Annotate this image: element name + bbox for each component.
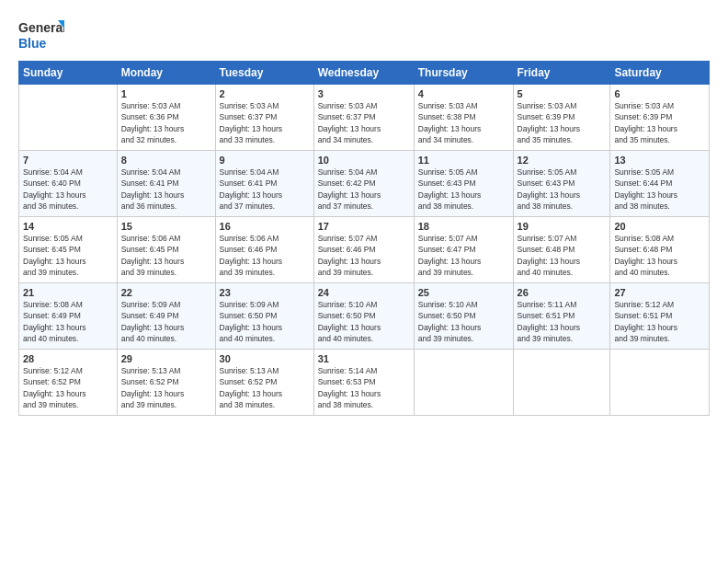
calendar-cell: 22Sunrise: 5:09 AMSunset: 6:49 PMDayligh… xyxy=(117,283,215,350)
day-number: 28 xyxy=(23,353,113,364)
day-info: Sunrise: 5:03 AMSunset: 6:37 PMDaylight:… xyxy=(318,100,410,145)
day-info: Sunrise: 5:08 AMSunset: 6:49 PMDaylight:… xyxy=(23,299,113,344)
calendar-cell: 25Sunrise: 5:10 AMSunset: 6:50 PMDayligh… xyxy=(414,283,513,350)
calendar-cell: 27Sunrise: 5:12 AMSunset: 6:51 PMDayligh… xyxy=(610,283,710,350)
day-number: 3 xyxy=(318,88,410,99)
calendar-cell: 3Sunrise: 5:03 AMSunset: 6:37 PMDaylight… xyxy=(313,85,414,151)
day-info: Sunrise: 5:05 AMSunset: 6:44 PMDaylight:… xyxy=(614,167,705,212)
calendar-cell: 1Sunrise: 5:03 AMSunset: 6:36 PMDaylight… xyxy=(117,85,215,151)
day-number: 16 xyxy=(220,221,310,232)
day-info: Sunrise: 5:09 AMSunset: 6:49 PMDaylight:… xyxy=(121,299,211,344)
day-info: Sunrise: 5:07 AMSunset: 6:48 PMDaylight:… xyxy=(518,233,607,278)
calendar-cell: 31Sunrise: 5:14 AMSunset: 6:53 PMDayligh… xyxy=(313,350,414,416)
calendar-cell: 28Sunrise: 5:12 AMSunset: 6:52 PMDayligh… xyxy=(19,350,118,416)
calendar-cell xyxy=(414,350,513,416)
day-number: 6 xyxy=(614,88,705,99)
day-info: Sunrise: 5:12 AMSunset: 6:51 PMDaylight:… xyxy=(614,299,705,344)
day-info: Sunrise: 5:08 AMSunset: 6:48 PMDaylight:… xyxy=(614,233,705,278)
calendar-cell xyxy=(610,350,710,416)
weekday-header-saturday: Saturday xyxy=(610,62,710,85)
day-info: Sunrise: 5:04 AMSunset: 6:41 PMDaylight:… xyxy=(220,167,310,212)
calendar-cell: 19Sunrise: 5:07 AMSunset: 6:48 PMDayligh… xyxy=(513,217,610,283)
day-info: Sunrise: 5:10 AMSunset: 6:50 PMDaylight:… xyxy=(418,299,509,344)
calendar-cell: 9Sunrise: 5:04 AMSunset: 6:41 PMDaylight… xyxy=(215,151,313,217)
weekday-header-wednesday: Wednesday xyxy=(313,62,414,85)
day-number: 12 xyxy=(518,155,607,166)
day-info: Sunrise: 5:03 AMSunset: 6:39 PMDaylight:… xyxy=(614,100,705,145)
day-info: Sunrise: 5:07 AMSunset: 6:46 PMDaylight:… xyxy=(318,233,410,278)
day-info: Sunrise: 5:03 AMSunset: 6:37 PMDaylight:… xyxy=(220,100,310,145)
svg-text:General: General xyxy=(18,20,64,35)
calendar-cell: 12Sunrise: 5:05 AMSunset: 6:43 PMDayligh… xyxy=(513,151,610,217)
logo-svg: General Blue xyxy=(18,17,64,55)
calendar-cell: 15Sunrise: 5:06 AMSunset: 6:45 PMDayligh… xyxy=(117,217,215,283)
day-number: 1 xyxy=(121,88,211,99)
day-number: 27 xyxy=(614,287,705,298)
day-number: 24 xyxy=(318,287,410,298)
day-info: Sunrise: 5:09 AMSunset: 6:50 PMDaylight:… xyxy=(220,299,310,344)
day-number: 9 xyxy=(220,155,310,166)
calendar-cell: 26Sunrise: 5:11 AMSunset: 6:51 PMDayligh… xyxy=(513,283,610,350)
calendar-cell: 4Sunrise: 5:03 AMSunset: 6:38 PMDaylight… xyxy=(414,85,513,151)
calendar-cell: 10Sunrise: 5:04 AMSunset: 6:42 PMDayligh… xyxy=(313,151,414,217)
day-number: 4 xyxy=(418,88,509,99)
day-number: 13 xyxy=(614,155,705,166)
calendar-cell: 24Sunrise: 5:10 AMSunset: 6:50 PMDayligh… xyxy=(313,283,414,350)
day-number: 21 xyxy=(23,287,113,298)
calendar-cell: 20Sunrise: 5:08 AMSunset: 6:48 PMDayligh… xyxy=(610,217,710,283)
day-number: 17 xyxy=(318,221,410,232)
calendar-cell: 21Sunrise: 5:08 AMSunset: 6:49 PMDayligh… xyxy=(19,283,118,350)
week-row-4: 21Sunrise: 5:08 AMSunset: 6:49 PMDayligh… xyxy=(19,283,710,350)
day-number: 5 xyxy=(518,88,607,99)
day-info: Sunrise: 5:06 AMSunset: 6:45 PMDaylight:… xyxy=(121,233,211,278)
calendar-cell: 13Sunrise: 5:05 AMSunset: 6:44 PMDayligh… xyxy=(610,151,710,217)
day-number: 30 xyxy=(220,353,310,364)
day-info: Sunrise: 5:03 AMSunset: 6:38 PMDaylight:… xyxy=(418,100,509,145)
calendar-cell: 2Sunrise: 5:03 AMSunset: 6:37 PMDaylight… xyxy=(215,85,313,151)
day-info: Sunrise: 5:03 AMSunset: 6:36 PMDaylight:… xyxy=(121,100,211,145)
calendar-cell: 16Sunrise: 5:06 AMSunset: 6:46 PMDayligh… xyxy=(215,217,313,283)
calendar-cell: 14Sunrise: 5:05 AMSunset: 6:45 PMDayligh… xyxy=(19,217,118,283)
day-number: 18 xyxy=(418,221,509,232)
header: General Blue xyxy=(18,17,710,55)
day-info: Sunrise: 5:05 AMSunset: 6:43 PMDaylight:… xyxy=(518,167,607,212)
day-info: Sunrise: 5:04 AMSunset: 6:41 PMDaylight:… xyxy=(121,167,211,212)
day-number: 22 xyxy=(121,287,211,298)
day-info: Sunrise: 5:12 AMSunset: 6:52 PMDaylight:… xyxy=(23,365,113,410)
weekday-header-friday: Friday xyxy=(513,62,610,85)
day-number: 25 xyxy=(418,287,509,298)
day-number: 15 xyxy=(121,221,211,232)
calendar-cell: 18Sunrise: 5:07 AMSunset: 6:47 PMDayligh… xyxy=(414,217,513,283)
calendar-table: SundayMondayTuesdayWednesdayThursdayFrid… xyxy=(18,61,710,416)
day-info: Sunrise: 5:07 AMSunset: 6:47 PMDaylight:… xyxy=(418,233,509,278)
calendar-cell xyxy=(513,350,610,416)
calendar-page: General Blue SundayMondayTuesdayWednesda… xyxy=(0,0,728,563)
day-number: 23 xyxy=(220,287,310,298)
svg-text:Blue: Blue xyxy=(18,36,47,51)
day-number: 7 xyxy=(23,155,113,166)
day-number: 20 xyxy=(614,221,705,232)
day-number: 31 xyxy=(318,353,410,364)
weekday-header-tuesday: Tuesday xyxy=(215,62,313,85)
day-info: Sunrise: 5:10 AMSunset: 6:50 PMDaylight:… xyxy=(318,299,410,344)
day-number: 29 xyxy=(121,353,211,364)
day-number: 26 xyxy=(518,287,607,298)
week-row-3: 14Sunrise: 5:05 AMSunset: 6:45 PMDayligh… xyxy=(19,217,710,283)
day-info: Sunrise: 5:13 AMSunset: 6:52 PMDaylight:… xyxy=(220,365,310,410)
day-info: Sunrise: 5:13 AMSunset: 6:52 PMDaylight:… xyxy=(121,365,211,410)
week-row-1: 1Sunrise: 5:03 AMSunset: 6:36 PMDaylight… xyxy=(19,85,710,151)
day-number: 19 xyxy=(518,221,607,232)
day-info: Sunrise: 5:14 AMSunset: 6:53 PMDaylight:… xyxy=(318,365,410,410)
calendar-cell: 8Sunrise: 5:04 AMSunset: 6:41 PMDaylight… xyxy=(117,151,215,217)
calendar-cell: 29Sunrise: 5:13 AMSunset: 6:52 PMDayligh… xyxy=(117,350,215,416)
day-number: 2 xyxy=(220,88,310,99)
calendar-cell: 5Sunrise: 5:03 AMSunset: 6:39 PMDaylight… xyxy=(513,85,610,151)
week-row-2: 7Sunrise: 5:04 AMSunset: 6:40 PMDaylight… xyxy=(19,151,710,217)
calendar-cell: 17Sunrise: 5:07 AMSunset: 6:46 PMDayligh… xyxy=(313,217,414,283)
day-info: Sunrise: 5:06 AMSunset: 6:46 PMDaylight:… xyxy=(220,233,310,278)
calendar-cell xyxy=(19,85,118,151)
day-info: Sunrise: 5:04 AMSunset: 6:42 PMDaylight:… xyxy=(318,167,410,212)
day-number: 8 xyxy=(121,155,211,166)
day-info: Sunrise: 5:05 AMSunset: 6:43 PMDaylight:… xyxy=(418,167,509,212)
week-row-5: 28Sunrise: 5:12 AMSunset: 6:52 PMDayligh… xyxy=(19,350,710,416)
